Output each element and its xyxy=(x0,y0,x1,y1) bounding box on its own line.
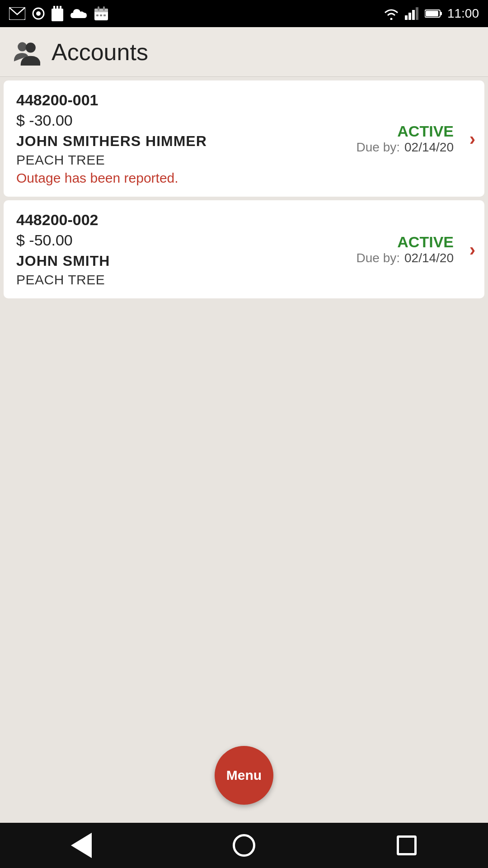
account-1-outage: Outage has been reported. xyxy=(16,170,357,186)
account-2-right: ACTIVE Due by: 02/14/20 xyxy=(357,233,472,265)
account-1-chevron: › xyxy=(469,128,475,149)
account-1-location: PEACH TREE xyxy=(16,152,357,168)
account-card-1[interactable]: 448200-001 $ -30.00 JOHN SMITHERS HIMMER… xyxy=(4,80,484,197)
account-2-due-label: Due by: xyxy=(357,251,400,265)
account-card-2[interactable]: 448200-002 $ -50.00 JOHN SMITH PEACH TRE… xyxy=(4,200,484,298)
svg-point-22 xyxy=(18,42,27,51)
account-2-status: ACTIVE xyxy=(397,233,454,251)
page-title: Accounts xyxy=(52,38,148,66)
gmail-icon xyxy=(9,7,25,20)
svg-rect-16 xyxy=(408,13,411,20)
battery-icon xyxy=(425,9,442,19)
account-1-due-row: Due by: 02/14/20 xyxy=(357,140,454,155)
sd-card-icon xyxy=(52,6,63,21)
svg-rect-10 xyxy=(103,6,105,11)
wifi-icon xyxy=(383,7,399,20)
account-1-amount: $ -30.00 xyxy=(16,112,357,129)
account-1-left: 448200-001 $ -30.00 JOHN SMITHERS HIMMER… xyxy=(16,91,357,186)
svg-rect-9 xyxy=(98,6,99,11)
recents-button[interactable] xyxy=(389,832,425,859)
account-1-right: ACTIVE Due by: 02/14/20 xyxy=(357,123,472,155)
svg-rect-6 xyxy=(60,6,61,10)
page-header: Accounts xyxy=(0,27,488,77)
account-2-location: PEACH TREE xyxy=(16,272,357,288)
svg-rect-12 xyxy=(100,14,102,16)
time-display: 11:00 xyxy=(447,6,479,21)
svg-rect-5 xyxy=(56,6,58,10)
account-2-name: JOHN SMITH xyxy=(16,253,357,269)
record-icon xyxy=(32,7,45,20)
accounts-icon xyxy=(11,36,42,68)
account-2-number: 448200-002 xyxy=(16,211,99,229)
signal-icon xyxy=(405,7,419,20)
calendar-icon xyxy=(94,6,108,21)
svg-point-2 xyxy=(36,11,41,16)
home-button[interactable] xyxy=(226,832,262,859)
menu-button[interactable]: Menu xyxy=(215,746,273,805)
bottom-nav-bar xyxy=(0,823,488,868)
svg-point-23 xyxy=(26,42,36,52)
svg-point-14 xyxy=(390,18,392,20)
svg-rect-8 xyxy=(94,9,108,12)
back-icon xyxy=(71,833,92,858)
svg-rect-3 xyxy=(52,9,63,21)
back-button[interactable] xyxy=(63,832,99,859)
status-bar-left-icons xyxy=(9,6,108,21)
svg-rect-15 xyxy=(405,15,408,20)
svg-rect-20 xyxy=(440,12,442,15)
svg-rect-21 xyxy=(426,11,438,16)
home-icon xyxy=(233,834,255,857)
account-2-left: 448200-002 $ -50.00 JOHN SMITH PEACH TRE… xyxy=(16,211,357,288)
svg-rect-17 xyxy=(412,10,415,20)
account-2-due-date: 02/14/20 xyxy=(404,251,454,265)
svg-rect-11 xyxy=(96,14,99,16)
status-bar-right-icons: 11:00 xyxy=(383,6,479,21)
account-1-number: 448200-001 xyxy=(16,91,99,109)
svg-rect-4 xyxy=(53,6,55,10)
account-1-due-label: Due by: xyxy=(357,140,400,155)
account-1-status: ACTIVE xyxy=(397,123,454,140)
svg-rect-18 xyxy=(416,7,418,20)
account-2-chevron: › xyxy=(469,239,475,259)
accounts-list: 448200-001 $ -30.00 JOHN SMITHERS HIMMER… xyxy=(0,80,488,298)
account-2-amount: $ -50.00 xyxy=(16,231,357,249)
cloud-icon xyxy=(70,7,88,20)
recents-icon xyxy=(397,835,417,855)
status-bar: 11:00 xyxy=(0,0,488,27)
menu-button-label: Menu xyxy=(226,768,262,783)
svg-rect-13 xyxy=(103,14,106,16)
account-2-due-row: Due by: 02/14/20 xyxy=(357,251,454,265)
account-1-due-date: 02/14/20 xyxy=(404,140,454,155)
account-1-name: JOHN SMITHERS HIMMER xyxy=(16,133,357,150)
